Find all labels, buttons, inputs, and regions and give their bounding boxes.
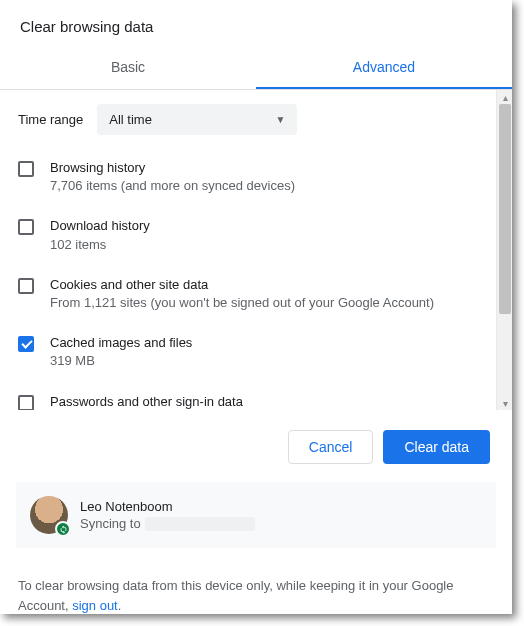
option-text: Cookies and other site dataFrom 1,121 si… [50, 276, 434, 312]
footer-note: To clear browsing data from this device … [0, 572, 512, 626]
option-row: Cookies and other site dataFrom 1,121 si… [18, 266, 508, 324]
option-checkbox[interactable] [18, 336, 34, 352]
scroll-up-icon[interactable]: ▴ [497, 90, 512, 104]
scroll-down-icon[interactable]: ▾ [497, 396, 512, 410]
time-range-value: All time [109, 112, 152, 127]
option-row: Cached images and files319 MB [18, 324, 508, 382]
option-title: Cached images and files [50, 334, 192, 352]
option-row: Download history102 items [18, 207, 508, 265]
dialog-title: Clear browsing data [0, 0, 512, 49]
caret-down-icon: ▼ [275, 114, 285, 125]
option-title: Cookies and other site data [50, 276, 434, 294]
dialog-body: Time range All time ▼ Browsing history7,… [0, 90, 512, 410]
option-title: Download history [50, 217, 150, 235]
option-checkbox[interactable] [18, 395, 34, 411]
option-checkbox[interactable] [18, 278, 34, 294]
option-text: Browsing history7,706 items (and more on… [50, 159, 295, 195]
time-range-row: Time range All time ▼ [0, 90, 512, 145]
cancel-button[interactable]: Cancel [288, 430, 374, 464]
option-subtitle: From 1,121 sites (you won't be signed ou… [50, 294, 434, 312]
time-range-label: Time range [18, 112, 83, 127]
tab-advanced[interactable]: Advanced [256, 49, 512, 89]
option-row: Passwords and other sign-in dataNone [18, 383, 508, 411]
option-text: Cached images and files319 MB [50, 334, 192, 370]
option-row: Browsing history7,706 items (and more on… [18, 149, 508, 207]
option-text: Download history102 items [50, 217, 150, 253]
option-subtitle: 319 MB [50, 352, 192, 370]
account-sync-status: Syncing to [80, 516, 255, 531]
sign-out-link[interactable]: sign out [72, 598, 118, 613]
account-name: Leo Notenboom [80, 499, 255, 514]
avatar [30, 496, 68, 534]
clear-browsing-data-dialog: Clear browsing data Basic Advanced Time … [0, 0, 512, 614]
syncing-label: Syncing to [80, 516, 141, 531]
option-title: Browsing history [50, 159, 295, 177]
option-checkbox[interactable] [18, 161, 34, 177]
options-list: Browsing history7,706 items (and more on… [0, 145, 512, 410]
account-sync-box: Leo Notenboom Syncing to [16, 482, 496, 548]
scrollbar-thumb[interactable] [499, 104, 511, 314]
tab-bar: Basic Advanced [0, 49, 512, 90]
sync-badge-icon [55, 521, 71, 537]
time-range-select[interactable]: All time ▼ [97, 104, 297, 135]
option-title: Passwords and other sign-in data [50, 393, 243, 411]
option-subtitle: 7,706 items (and more on synced devices) [50, 177, 295, 195]
option-text: Passwords and other sign-in dataNone [50, 393, 243, 411]
footer-text-after: . [118, 598, 122, 613]
option-checkbox[interactable] [18, 219, 34, 235]
dialog-actions: Cancel Clear data [0, 410, 512, 482]
sync-target-redacted [145, 517, 255, 531]
option-subtitle: 102 items [50, 236, 150, 254]
tab-basic[interactable]: Basic [0, 49, 256, 89]
clear-data-button[interactable]: Clear data [383, 430, 490, 464]
scrollbar[interactable]: ▴ ▾ [496, 90, 512, 410]
